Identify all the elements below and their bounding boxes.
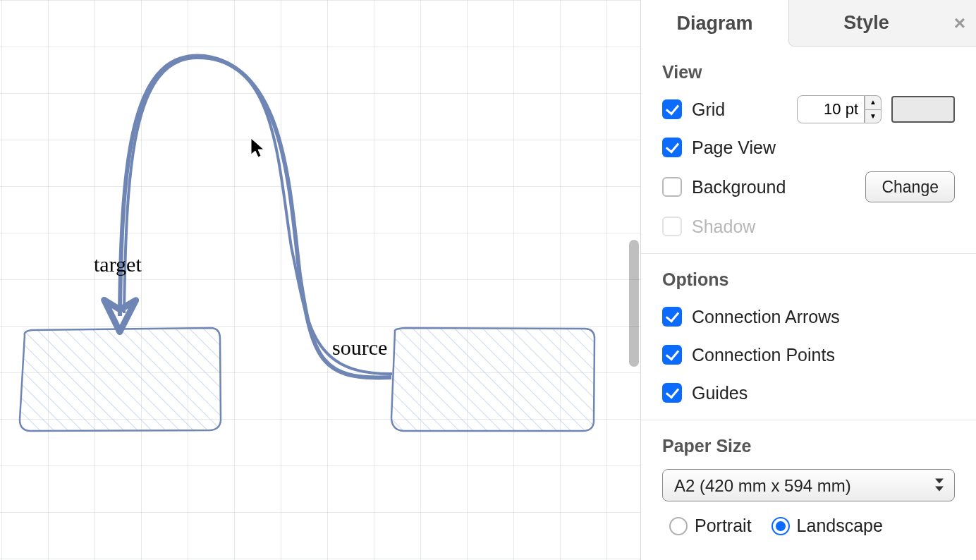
grid-color-swatch[interactable] [891, 96, 955, 123]
label-connection-arrows: Connection Arrows [692, 307, 840, 327]
radio-landscape[interactable]: Landscape [771, 516, 883, 536]
checkbox-guides[interactable] [662, 383, 682, 403]
view-heading: View [662, 62, 955, 83]
panel-view: View Grid ▲ ▼ Page View [641, 47, 976, 254]
paper-size-heading: Paper Size [662, 436, 955, 456]
edge-label-target[interactable]: target [94, 252, 142, 276]
label-landscape: Landscape [797, 516, 883, 536]
label-background: Background [692, 177, 786, 197]
app-root: target source Diagram Style × View Grid [0, 0, 976, 560]
grid-size-stepper[interactable]: ▲ ▼ [797, 95, 882, 123]
canvas-svg [0, 0, 640, 560]
grid-size-down[interactable]: ▼ [865, 109, 882, 124]
label-shadow: Shadow [692, 217, 755, 237]
shape-target[interactable] [20, 328, 221, 431]
sidebar-tabs: Diagram Style × [641, 0, 976, 47]
panel-options: Options Connection Arrows Connection Poi… [641, 254, 976, 420]
grid-size-input[interactable] [797, 95, 865, 123]
paper-size-select-wrap: A2 (420 mm x 594 mm) [662, 469, 955, 501]
diagram-canvas[interactable]: target source [0, 0, 640, 560]
label-portrait: Portrait [695, 516, 752, 536]
checkbox-connection-points[interactable] [662, 345, 682, 365]
panel-paper-size: Paper Size A2 (420 mm x 594 mm) Portrait… [641, 420, 976, 549]
orientation-group: Portrait Landscape [662, 516, 955, 536]
label-guides: Guides [692, 383, 748, 403]
paper-size-select[interactable]: A2 (420 mm x 594 mm) [662, 469, 955, 501]
checkbox-shadow [662, 217, 682, 236]
label-page-view: Page View [692, 138, 776, 158]
checkbox-background[interactable] [662, 177, 682, 197]
radio-portrait[interactable]: Portrait [669, 516, 752, 536]
change-background-button[interactable]: Change [865, 171, 955, 202]
tab-diagram[interactable]: Diagram [641, 0, 788, 47]
checkbox-page-view[interactable] [662, 138, 682, 157]
grid-size-up[interactable]: ▲ [865, 95, 882, 109]
vertical-scrollbar-thumb[interactable] [629, 240, 639, 367]
tab-style[interactable]: Style [788, 0, 944, 47]
label-grid: Grid [692, 99, 725, 120]
label-connection-points: Connection Points [692, 345, 835, 365]
close-sidebar-button[interactable]: × [944, 0, 976, 47]
edge-label-source[interactable]: source [332, 336, 387, 360]
options-heading: Options [662, 269, 955, 290]
sidebar: Diagram Style × View Grid ▲ ▼ [640, 0, 976, 560]
checkbox-grid[interactable] [662, 99, 682, 119]
shape-source[interactable] [391, 328, 594, 431]
checkbox-connection-arrows[interactable] [662, 307, 682, 327]
